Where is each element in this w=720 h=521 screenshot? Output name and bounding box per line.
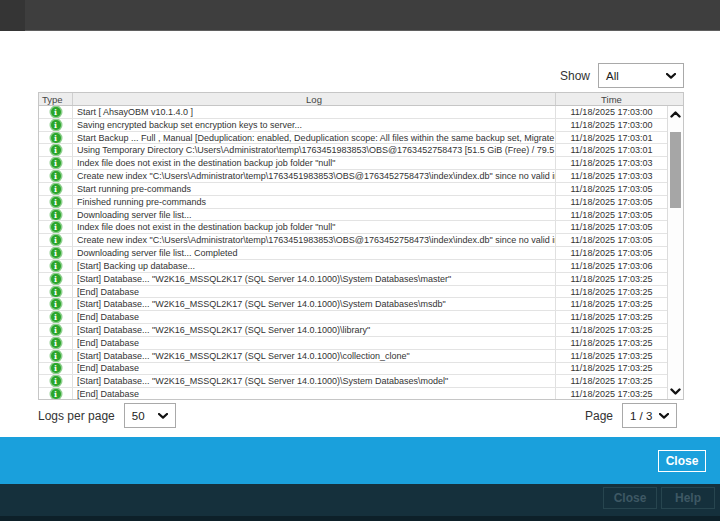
- page-dropdown[interactable]: 1 / 3: [622, 403, 677, 428]
- table-row[interactable]: i [End] Database 11/18/2025 17:03:25: [39, 363, 667, 376]
- info-icon: i: [51, 120, 61, 130]
- log-type-cell: i: [39, 298, 73, 310]
- chevron-down-icon: [666, 73, 676, 79]
- table-row[interactable]: i [Start] Database... "W2K16_MSSQL2K17 (…: [39, 350, 667, 363]
- show-filter-label: Show: [560, 69, 590, 83]
- log-message: Index file does not exist in the destina…: [73, 157, 555, 169]
- log-message: [End] Database: [73, 286, 555, 298]
- table-row[interactable]: i Finished running pre-commands 11/18/20…: [39, 196, 667, 209]
- log-type-cell: i: [39, 119, 73, 131]
- log-type-cell: i: [39, 170, 73, 182]
- log-filter-row: Show All: [560, 63, 684, 88]
- info-icon: i: [51, 184, 61, 194]
- log-time: 11/18/2025 17:03:25: [555, 324, 667, 336]
- log-type-cell: i: [39, 234, 73, 246]
- table-row[interactable]: i Start Backup ... Full , Manual [Dedupl…: [39, 132, 667, 145]
- log-type-cell: i: [39, 350, 73, 362]
- table-row[interactable]: i [End] Database 11/18/2025 17:03:25: [39, 311, 667, 324]
- log-time: 11/18/2025 17:03:05: [555, 183, 667, 195]
- info-icon: i: [51, 376, 61, 386]
- log-time: 11/18/2025 17:03:00: [555, 119, 667, 131]
- log-time: 11/18/2025 17:03:03: [555, 170, 667, 182]
- log-message: Start [ AhsayOBM v10.1.4.0 ]: [73, 106, 555, 118]
- show-filter-dropdown[interactable]: All: [598, 63, 684, 88]
- log-message: [Start] Database... "W2K16_MSSQL2K17 (SQ…: [73, 324, 555, 336]
- table-row[interactable]: i Create new index "C:\Users\Administrat…: [39, 234, 667, 247]
- window-footer: Close Help: [0, 484, 720, 521]
- log-type-cell: i: [39, 106, 73, 118]
- column-header-time[interactable]: Time: [555, 93, 667, 105]
- log-type-cell: i: [39, 375, 73, 387]
- table-row[interactable]: i [End] Database 11/18/2025 17:03:25: [39, 286, 667, 299]
- info-icon: i: [51, 235, 61, 245]
- table-row[interactable]: i Downloading server file list... Comple…: [39, 247, 667, 260]
- log-type-cell: i: [39, 209, 73, 221]
- table-row[interactable]: i [Start] Database... "W2K16_MSSQL2K17 (…: [39, 273, 667, 286]
- scroll-up-button[interactable]: [668, 106, 683, 122]
- logs-per-page-dropdown[interactable]: 50: [124, 403, 176, 428]
- log-type-cell: i: [39, 247, 73, 259]
- log-type-cell: i: [39, 183, 73, 195]
- log-message: [End] Database: [73, 311, 555, 323]
- log-message: Start running pre-commands: [73, 183, 555, 195]
- column-header-log[interactable]: Log: [73, 93, 555, 105]
- scroll-down-button[interactable]: [668, 383, 683, 399]
- scrollbar-thumb[interactable]: [670, 132, 681, 208]
- table-row[interactable]: i Index file does not exist in the desti…: [39, 221, 667, 234]
- log-type-cell: i: [39, 286, 73, 298]
- log-time: 11/18/2025 17:03:25: [555, 350, 667, 362]
- log-type-cell: i: [39, 363, 73, 375]
- column-header-type[interactable]: Type: [39, 93, 73, 105]
- log-time: 11/18/2025 17:03:06: [555, 260, 667, 272]
- log-message: Create new index "C:\Users\Administrator…: [73, 234, 555, 246]
- log-message: Downloading server file list... Complete…: [73, 247, 555, 259]
- table-row[interactable]: i Create new index "C:\Users\Administrat…: [39, 170, 667, 183]
- table-row[interactable]: i [Start] Database... "W2K16_MSSQL2K17 (…: [39, 324, 667, 337]
- log-type-cell: i: [39, 324, 73, 336]
- table-row[interactable]: i [End] Database 11/18/2025 17:03:25: [39, 337, 667, 350]
- header-scrollbar-corner: [667, 93, 683, 105]
- log-message: [Start] Database... "W2K16_MSSQL2K17 (SQ…: [73, 273, 555, 285]
- log-table: Type Log Time i Start [ AhsayOBM v10.1.4…: [38, 92, 684, 400]
- log-time: 11/18/2025 17:03:05: [555, 209, 667, 221]
- dialog-action-bar: Close: [0, 437, 720, 484]
- table-row[interactable]: i Using Temporary Directory C:\Users\Adm…: [39, 144, 667, 157]
- log-time: 11/18/2025 17:03:05: [555, 221, 667, 233]
- chevron-down-icon: [659, 413, 669, 419]
- log-time: 11/18/2025 17:03:05: [555, 247, 667, 259]
- table-row[interactable]: i [Start] Database... "W2K16_MSSQL2K17 (…: [39, 298, 667, 311]
- log-message: Index file does not exist in the destina…: [73, 221, 555, 233]
- table-row[interactable]: i [End] Database 11/18/2025 17:03:25: [39, 388, 667, 399]
- log-time: 11/18/2025 17:03:25: [555, 388, 667, 399]
- log-time: 11/18/2025 17:03:25: [555, 337, 667, 349]
- info-icon: i: [51, 133, 61, 143]
- table-row[interactable]: i Start running pre-commands 11/18/2025 …: [39, 183, 667, 196]
- log-message: [Start] Database... "W2K16_MSSQL2K17 (SQ…: [73, 350, 555, 362]
- info-icon: i: [51, 363, 61, 373]
- page-control: Page 1 / 3: [585, 403, 677, 428]
- log-message: Saving encrypted backup set encryption k…: [73, 119, 555, 131]
- log-time: 11/18/2025 17:03:01: [555, 144, 667, 156]
- log-message: [End] Database: [73, 388, 555, 399]
- close-button[interactable]: Close: [658, 450, 706, 472]
- vertical-scrollbar[interactable]: [667, 106, 683, 399]
- log-message: Downloading server file list...: [73, 209, 555, 221]
- info-icon: i: [51, 351, 61, 361]
- scrollbar-track[interactable]: [668, 122, 683, 383]
- table-row[interactable]: i [Start] Backing up database... 11/18/2…: [39, 260, 667, 273]
- table-row[interactable]: i [Start] Database... "W2K16_MSSQL2K17 (…: [39, 375, 667, 388]
- log-time: 11/18/2025 17:03:25: [555, 363, 667, 375]
- table-row[interactable]: i Index file does not exist in the desti…: [39, 157, 667, 170]
- table-row[interactable]: i Start [ AhsayOBM v10.1.4.0 ] 11/18/202…: [39, 106, 667, 119]
- table-row[interactable]: i Downloading server file list... 11/18/…: [39, 209, 667, 222]
- log-time: 11/18/2025 17:03:25: [555, 298, 667, 310]
- log-type-cell: i: [39, 260, 73, 272]
- log-message: Finished running pre-commands: [73, 196, 555, 208]
- log-type-cell: i: [39, 196, 73, 208]
- log-table-header: Type Log Time: [39, 93, 683, 106]
- table-row[interactable]: i Saving encrypted backup set encryption…: [39, 119, 667, 132]
- log-time: 11/18/2025 17:03:25: [555, 286, 667, 298]
- chevron-down-icon: [670, 388, 681, 395]
- log-time: 11/18/2025 17:03:00: [555, 106, 667, 118]
- backup-report-log-window: Show All Type Log Time i Start [ AhsayOB…: [0, 0, 720, 521]
